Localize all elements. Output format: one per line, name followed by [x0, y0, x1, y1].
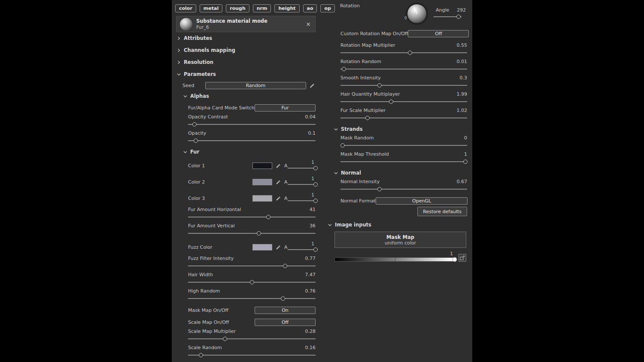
slider-handle[interactable] — [342, 67, 346, 71]
section-channels-mapping[interactable]: Channels mapping — [172, 44, 320, 56]
normal-intensity-slider[interactable] — [340, 187, 467, 191]
slider-handle[interactable] — [266, 215, 270, 219]
row-color-1: Color 1 A 1 — [188, 157, 316, 174]
high-random-slider[interactable] — [188, 296, 316, 301]
slider-handle[interactable] — [313, 247, 318, 252]
slider-track — [188, 233, 316, 234]
param-value: 0.76 — [305, 288, 316, 294]
hair-width-slider[interactable] — [188, 280, 316, 284]
opacity-slider[interactable] — [188, 139, 316, 143]
seed-random-button[interactable]: Random — [205, 82, 306, 89]
param-opacity: Opacity 0.1 — [188, 130, 316, 146]
material-card[interactable]: Substance material mode Fur_6 × — [176, 16, 316, 32]
section-resolution[interactable]: Resolution — [172, 56, 320, 68]
fur-amount-horizontal-slider[interactable] — [188, 215, 316, 219]
color1-alpha-slider[interactable] — [288, 166, 316, 170]
scale-map-toggle-button[interactable]: Off — [255, 319, 316, 326]
section-image-inputs[interactable]: Image inputs — [320, 219, 472, 231]
channel-tab-color[interactable]: color — [175, 4, 196, 12]
section-alphas[interactable]: Alphas — [172, 90, 320, 102]
section-parameters[interactable]: Parameters — [172, 68, 320, 80]
rotation-knob[interactable] — [407, 4, 427, 24]
mask-random-slider[interactable] — [340, 143, 467, 148]
rotation-random-slider[interactable] — [340, 67, 467, 71]
slider-handle[interactable] — [389, 100, 393, 104]
channel-tab-rough[interactable]: rough — [226, 4, 249, 12]
channel-tab-metal[interactable]: metal — [200, 4, 222, 12]
fuzz-color-alpha-slider[interactable] — [288, 247, 316, 252]
slider-handle[interactable] — [340, 143, 345, 148]
angle-slider[interactable] — [434, 15, 462, 19]
hair-quantity-multiplayer-slider[interactable] — [340, 100, 467, 104]
slider-handle[interactable] — [463, 160, 468, 164]
color-picker-button[interactable] — [459, 254, 466, 262]
scale-map-multiplier-slider[interactable] — [188, 337, 316, 341]
close-icon[interactable]: × — [305, 21, 312, 27]
color-swatch[interactable] — [252, 195, 272, 202]
slider-track — [188, 298, 316, 299]
channel-tab-height[interactable]: height — [274, 4, 299, 12]
fur-alpha-mode-button[interactable]: Fur — [255, 104, 316, 112]
fur-scale-multiplier-slider[interactable] — [340, 116, 467, 120]
section-fur[interactable]: Fur — [172, 146, 320, 157]
section-normal[interactable]: Normal — [320, 167, 472, 178]
slider-handle[interactable] — [456, 15, 461, 19]
color-swatch[interactable] — [252, 179, 272, 185]
slider-handle[interactable] — [313, 199, 318, 203]
slider-handle[interactable] — [377, 187, 382, 191]
eyedropper-icon[interactable] — [275, 163, 281, 169]
slider-handle[interactable] — [223, 337, 227, 341]
slider-handle[interactable] — [194, 139, 198, 143]
param-label: Rotation — [340, 3, 360, 9]
param-label: Mask Random — [340, 135, 374, 141]
section-strands[interactable]: Strands — [320, 124, 472, 135]
scale-random-slider[interactable] — [188, 353, 316, 357]
color3-alpha-slider[interactable] — [288, 199, 316, 203]
slider-handle[interactable] — [313, 182, 318, 187]
slider-handle[interactable] — [250, 280, 254, 284]
eyedropper-icon[interactable] — [275, 196, 281, 201]
slider-handle[interactable] — [192, 122, 197, 127]
normal-format-button[interactable]: OpenGL — [376, 197, 468, 205]
material-name: Fur_6 — [196, 24, 267, 30]
param-label: Opacity Contrast — [188, 114, 228, 120]
slider-handle[interactable] — [365, 116, 370, 120]
gradient-slider[interactable] — [334, 257, 455, 262]
row-fuzz-color: Fuzz Color A 1 — [188, 239, 316, 255]
mask-map-input-card[interactable]: Mask Map uniform color — [334, 232, 466, 248]
param-scale-random: Scale Random 0.16 — [188, 344, 316, 361]
color2-alpha-slider[interactable] — [288, 182, 316, 187]
section-attributes[interactable]: Attributes — [172, 32, 320, 44]
mask-map-toggle-button[interactable]: On — [255, 307, 316, 314]
slider-handle[interactable] — [257, 231, 261, 235]
slider-handle[interactable] — [281, 296, 285, 301]
param-rotation-random: Rotation Random 0.01 — [340, 58, 467, 75]
param-label: Opacity — [188, 130, 206, 136]
smooth-intensity-slider[interactable] — [340, 83, 467, 87]
slider-handle[interactable] — [283, 264, 287, 268]
slider-handle[interactable] — [377, 83, 382, 87]
chevron-down-icon — [334, 171, 338, 175]
slider-handle[interactable] — [453, 257, 457, 262]
pencil-icon[interactable] — [309, 83, 315, 88]
channel-tab-nrm[interactable]: nrm — [253, 4, 271, 12]
fuzz-filter-intensity-slider[interactable] — [188, 264, 316, 268]
param-label: Rotation Map Multiplier — [340, 42, 395, 48]
custom-rotation-map-toggle-button[interactable]: Off — [408, 30, 469, 37]
channel-tab-ao[interactable]: ao — [303, 4, 317, 12]
slider-handle[interactable] — [199, 353, 203, 357]
rotation-params: Custom Rotation Map On/Off Off Rotation … — [340, 27, 467, 124]
eyedropper-icon[interactable] — [275, 244, 281, 250]
color-swatch[interactable] — [252, 163, 272, 169]
rotation-map-multiplier-slider[interactable] — [340, 51, 467, 55]
restore-defaults-button[interactable]: Restore defaults — [417, 207, 467, 216]
section-label: Normal — [341, 170, 361, 176]
color-swatch[interactable] — [252, 244, 272, 250]
opacity-contrast-slider[interactable] — [188, 122, 316, 127]
eyedropper-icon[interactable] — [275, 179, 281, 185]
slider-track — [340, 118, 467, 118]
mask-map-threshold-slider[interactable] — [340, 160, 467, 164]
fur-amount-vertical-slider[interactable] — [188, 231, 316, 235]
slider-handle[interactable] — [313, 166, 318, 170]
slider-handle[interactable] — [408, 51, 412, 55]
